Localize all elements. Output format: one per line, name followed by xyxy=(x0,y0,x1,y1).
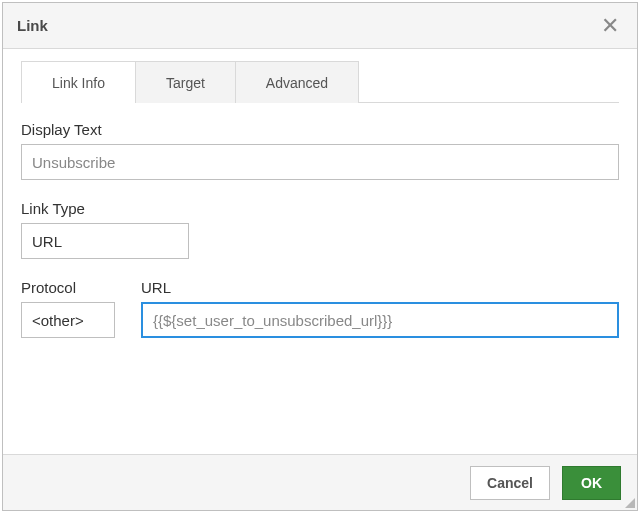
link-type-select[interactable]: URL xyxy=(21,223,189,259)
display-text-label: Display Text xyxy=(21,121,619,138)
url-label: URL xyxy=(141,279,619,296)
display-text-group: Display Text xyxy=(21,121,619,180)
link-type-group: Link Type URL xyxy=(21,200,619,259)
protocol-group: Protocol <other> xyxy=(21,279,115,338)
link-dialog: Link ✕ Link Info Target Advanced Display… xyxy=(2,2,638,511)
display-text-input[interactable] xyxy=(21,144,619,180)
tab-link-info[interactable]: Link Info xyxy=(21,61,136,103)
link-type-value: URL xyxy=(32,233,62,250)
tab-bar: Link Info Target Advanced xyxy=(21,61,619,103)
url-input[interactable] xyxy=(141,302,619,338)
dialog-body: Link Info Target Advanced Display Text L… xyxy=(3,49,637,454)
dialog-title: Link xyxy=(17,17,48,34)
url-group: URL xyxy=(141,279,619,338)
cancel-button[interactable]: Cancel xyxy=(470,466,550,500)
dialog-footer: Cancel OK xyxy=(3,454,637,510)
tab-target[interactable]: Target xyxy=(135,61,236,103)
protocol-value: <other> xyxy=(32,312,84,329)
ok-button[interactable]: OK xyxy=(562,466,621,500)
protocol-url-row: Protocol <other> URL xyxy=(21,279,619,338)
resize-grip-icon[interactable] xyxy=(625,498,635,508)
close-icon[interactable]: ✕ xyxy=(597,11,623,41)
protocol-label: Protocol xyxy=(21,279,115,296)
dialog-header: Link ✕ xyxy=(3,3,637,49)
tab-advanced[interactable]: Advanced xyxy=(235,61,359,103)
protocol-select[interactable]: <other> xyxy=(21,302,115,338)
link-type-label: Link Type xyxy=(21,200,619,217)
form-area: Display Text Link Type URL Protocol <oth… xyxy=(21,103,619,338)
